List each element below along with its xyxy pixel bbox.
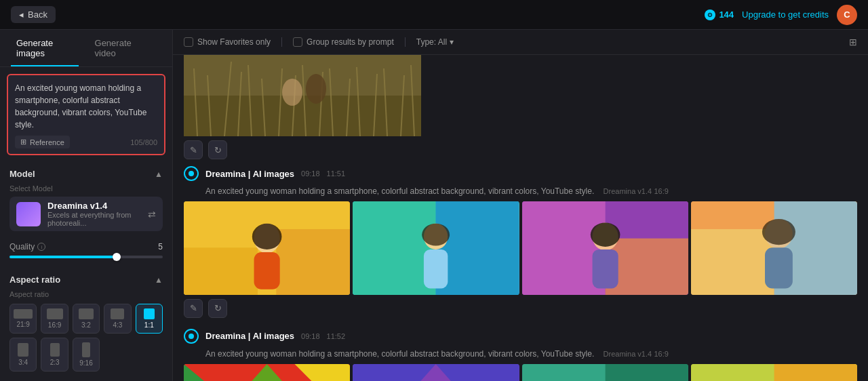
result-image-2-4[interactable] <box>691 364 857 381</box>
model-card[interactable]: Dreamina v1.4 Excels at everything from … <box>9 197 163 231</box>
reference-icon: ⊞ <box>20 138 26 146</box>
show-favorites-filter[interactable]: Show Favorites only <box>184 37 271 47</box>
back-button[interactable]: ◂ Back <box>11 6 56 23</box>
char-count: 105/800 <box>130 138 157 146</box>
result-header-1: Dreamina | AI images 09:18 11:51 <box>184 166 857 181</box>
aspect-3-2[interactable]: 3:2 <box>73 304 100 334</box>
refresh-icon-btn[interactable]: ↻ <box>208 140 227 159</box>
aspect-shape-4-3 <box>111 308 124 319</box>
group-results-checkbox[interactable] <box>293 37 302 47</box>
svg-point-20 <box>306 74 326 104</box>
aspect-21-9[interactable]: 21:9 <box>9 304 37 334</box>
aspect-2-3[interactable]: 2:3 <box>41 338 68 372</box>
aspect-9-16[interactable]: 9:16 <box>73 338 100 372</box>
prompt-footer: ⊞ Reference 105/800 <box>15 136 157 148</box>
result-image-1-2[interactable] <box>353 201 519 295</box>
tab-generate-video[interactable]: Generate video <box>90 30 151 66</box>
result-header-2: Dreamina | AI images 09:18 11:52 <box>184 329 857 344</box>
result-model-tag-2: Dreamina v1.4 <box>604 350 652 358</box>
result-image-1-3[interactable] <box>522 201 688 295</box>
type-filter-label: Type: All <box>416 37 447 47</box>
svg-rect-25 <box>254 252 280 289</box>
quality-slider[interactable] <box>9 256 163 258</box>
aspect-chevron-icon[interactable]: ▲ <box>155 275 163 285</box>
aspect-label-3-4: 3:4 <box>18 359 28 366</box>
aspect-shape-2-3 <box>50 343 60 357</box>
credits-icon: ⊙ <box>705 9 715 20</box>
aspect-grid-row1: 21:9 16:9 3:2 4:3 1:1 <box>9 304 163 334</box>
model-chevron-icon[interactable]: ▲ <box>155 169 163 179</box>
result-image-2-2[interactable] <box>353 364 519 381</box>
aspect-3-4[interactable]: 3:4 <box>9 338 37 372</box>
aspect-4-3[interactable]: 4:3 <box>104 304 131 334</box>
result-time-1b: 11:51 <box>327 169 346 178</box>
model-info: Dreamina v1.4 Excels at everything from … <box>47 201 141 227</box>
filter-divider-2 <box>405 37 406 47</box>
edit-icon-btn[interactable]: ✎ <box>184 140 203 159</box>
result-avatar-2 <box>184 329 199 344</box>
result-avatar-inner-1 <box>185 167 197 180</box>
scroll-area[interactable]: ✎ ↻ Dreamina | AI images 09:18 11:51 <box>173 55 868 381</box>
result-image-grid-1 <box>184 201 857 295</box>
quality-section: Quality i 5 <box>0 235 172 268</box>
svg-rect-28 <box>353 201 436 295</box>
quality-value: 5 <box>158 242 163 252</box>
result-time-1a: 09:18 <box>301 169 320 178</box>
aspect-shape-3-4 <box>18 343 28 357</box>
aspect-shape-9-16 <box>82 342 90 357</box>
quality-slider-fill <box>9 256 117 258</box>
show-favorites-label: Show Favorites only <box>197 37 271 47</box>
model-section: Model ▲ Select Model Dreamina v1.4 Excel… <box>0 162 172 235</box>
credits-count: 144 <box>719 9 734 20</box>
aspect-shape-16-9 <box>47 308 63 319</box>
svg-rect-23 <box>276 229 350 295</box>
svg-rect-29 <box>436 201 519 295</box>
reference-button[interactable]: ⊞ Reference <box>15 136 70 148</box>
group-results-label: Group results by prompt <box>307 37 394 47</box>
result-image-1-4[interactable] <box>691 201 857 295</box>
filter-divider-1 <box>281 37 282 47</box>
aspect-16-9[interactable]: 16:9 <box>41 304 68 334</box>
sidebar: Generate images Generate video An excite… <box>0 30 173 381</box>
upgrade-link[interactable]: Upgrade to get credits <box>742 9 829 20</box>
avatar[interactable]: C <box>837 5 857 25</box>
tab-generate-images[interactable]: Generate images <box>11 30 79 66</box>
aspect-label-16-9: 16:9 <box>48 321 61 329</box>
quality-slider-thumb[interactable] <box>113 253 121 261</box>
svg-point-19 <box>282 79 302 106</box>
filter-right: ⊞ <box>849 37 857 47</box>
aspect-1-1[interactable]: 1:1 <box>136 304 163 334</box>
result-1-actions: ✎ ↻ <box>184 299 857 318</box>
aspect-label-3-2: 3:2 <box>81 321 91 329</box>
top-strip-image[interactable] <box>184 55 421 136</box>
svg-point-26 <box>252 224 282 249</box>
result-avatar-inner-2 <box>185 330 197 342</box>
result-image-2-1[interactable] <box>184 364 350 381</box>
prompt-text: An excited young woman holding a smartph… <box>15 82 157 131</box>
show-favorites-checkbox[interactable] <box>184 37 193 47</box>
aspect-shape-1-1 <box>144 308 155 319</box>
result-title-1: Dreamina | AI images <box>205 169 294 179</box>
top-strip: ✎ ↻ <box>184 55 857 159</box>
topbar: ◂ Back ⊙ 144 Upgrade to get credits C <box>0 0 868 30</box>
reference-label: Reference <box>30 138 64 146</box>
result-image-grid-2: ▶ <box>184 364 857 381</box>
group-results-filter[interactable]: Group results by prompt <box>293 37 394 47</box>
model-name: Dreamina v1.4 <box>47 201 141 211</box>
result-1-refresh-icon[interactable]: ↻ <box>208 299 227 318</box>
result-1-edit-icon[interactable]: ✎ <box>184 299 203 318</box>
aspect-label-2-3: 2:3 <box>50 359 60 366</box>
select-model-label: Select Model <box>9 184 163 193</box>
result-image-1-1[interactable] <box>184 201 350 295</box>
type-filter[interactable]: Type: All ▾ <box>416 37 454 47</box>
back-label: Back <box>28 9 47 20</box>
topbar-right: ⊙ 144 Upgrade to get credits C <box>705 5 857 25</box>
model-section-title: Model <box>9 169 35 179</box>
prompt-area[interactable]: An excited young woman holding a smartph… <box>7 74 165 155</box>
model-swap-icon[interactable]: ⇄ <box>148 209 156 220</box>
grid-view-icon[interactable]: ⊞ <box>849 37 857 47</box>
result-image-2-3[interactable]: ▶ <box>522 364 688 381</box>
svg-point-44 <box>762 219 795 245</box>
svg-rect-37 <box>592 249 618 288</box>
svg-point-38 <box>590 222 620 247</box>
